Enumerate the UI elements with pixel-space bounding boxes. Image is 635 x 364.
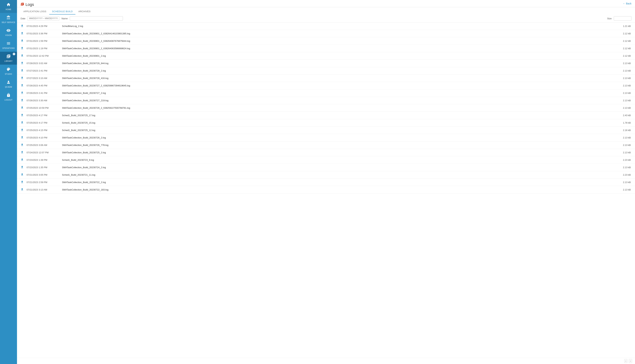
- size-filter-input[interactable]: [614, 16, 632, 20]
- logs-table: 07/31/2023 4:29 PM SchedManLog_2.log 1.2…: [17, 22, 635, 194]
- download-button[interactable]: [20, 84, 24, 87]
- download-button[interactable]: [20, 24, 24, 28]
- log-date: 07/25/2023 3:06 AM: [25, 142, 60, 149]
- log-size: 2.13 kB: [614, 179, 635, 186]
- table-row: 07/28/2023 3:02 AM SMATaskCollection_Bui…: [17, 60, 635, 67]
- download-cell: [17, 126, 25, 134]
- log-name: SchedManLog_2.log: [60, 22, 614, 30]
- log-date: 07/23/2023 1:35 PM: [25, 164, 60, 171]
- log-date: 07/23/2023 1:39 PM: [25, 156, 60, 164]
- log-size: 2.13 kB: [614, 67, 635, 74]
- download-cell: [17, 179, 25, 186]
- download-button[interactable]: [20, 166, 24, 169]
- table-row: 07/26/2023 2:41 PM SMATaskCollection_Bui…: [17, 90, 635, 97]
- download-button[interactable]: [20, 62, 24, 64]
- table-row: 07/25/2023 4:10 PM SMATaskCollection_Bui…: [17, 134, 635, 142]
- download-button[interactable]: [20, 32, 24, 35]
- download-button[interactable]: [20, 173, 24, 176]
- sidebar-item-operations[interactable]: OPERATIONS: [0, 39, 17, 52]
- download-button[interactable]: [20, 69, 24, 72]
- download-cell: [17, 67, 25, 74]
- download-cell: [17, 60, 25, 67]
- log-date: 07/26/2023 3:30 AM: [25, 97, 60, 104]
- sidebar-item-library[interactable]: ✕ LIBRARY: [0, 52, 17, 64]
- log-size: 2.13 kB: [614, 149, 635, 156]
- download-button[interactable]: [20, 136, 24, 139]
- logs-table-container: 07/31/2023 4:29 PM SchedManLog_2.log 1.2…: [17, 22, 635, 358]
- download-button[interactable]: [20, 106, 24, 109]
- log-date: 07/31/2023 4:29 PM: [25, 22, 60, 30]
- download-button[interactable]: [20, 143, 24, 146]
- date-filter-input[interactable]: [28, 16, 59, 20]
- log-name: SMATaskCollection_Build_20230726_778.log: [60, 142, 614, 149]
- home-icon: [6, 2, 10, 8]
- name-filter-input[interactable]: [70, 16, 123, 20]
- table-row: 07/23/2023 1:35 PM SMATaskCollection_Bui…: [17, 164, 635, 171]
- log-date: 07/21/2023 3:13 AM: [25, 186, 60, 194]
- sidebar-item-studio[interactable]: STUDIO: [0, 64, 17, 78]
- log-size: 2.23 kB: [614, 171, 635, 179]
- download-button[interactable]: [20, 128, 24, 132]
- log-name: SMATaskCollection_Build_20230727_2_63825…: [60, 82, 614, 90]
- download-button[interactable]: [20, 151, 24, 154]
- library-icon: [6, 54, 10, 60]
- log-size: 2.12 kB: [614, 52, 635, 60]
- size-filter-label: Size: [607, 17, 612, 20]
- prev-page-button[interactable]: ‹: [624, 359, 628, 363]
- sidebar-item-home[interactable]: HOME: [0, 0, 17, 13]
- log-size: 1.78 kB: [614, 119, 635, 126]
- close-badge[interactable]: ✕: [13, 53, 15, 55]
- sidebar-item-logout[interactable]: LOGOUT: [0, 90, 17, 104]
- download-cell: [17, 90, 25, 97]
- download-button[interactable]: [20, 121, 24, 124]
- sidebar-item-vision-label: VISION: [5, 34, 12, 36]
- log-name: Sched1_Build_20230723_9.log: [60, 156, 614, 164]
- log-name: SMATaskCollection_Build_20230729_644.log: [60, 60, 614, 67]
- table-row: 07/27/2023 3:10 AM SMATaskCollection_Bui…: [17, 74, 635, 82]
- tab-archives[interactable]: ARCHIVES: [76, 9, 93, 14]
- qcadm-icon: [6, 80, 10, 85]
- table-row: 07/21/2023 3:13 AM SMATaskCollection_Bui…: [17, 186, 635, 194]
- sidebar-item-qcadm[interactable]: QCADM: [0, 78, 17, 90]
- sidebar-item-vision[interactable]: VISION: [0, 26, 17, 39]
- download-button[interactable]: [20, 39, 24, 42]
- tabs-bar: APPLICATION LOGS SCHEDULE BUILD ARCHIVES: [17, 9, 635, 14]
- log-name: SMATaskCollection_Build_20230801_2.log: [60, 52, 614, 60]
- table-row: 07/26/2023 4:45 PM SMATaskCollection_Bui…: [17, 82, 635, 90]
- log-size: 2.13 kB: [614, 186, 635, 194]
- table-row: 07/25/2023 3:06 AM SMATaskCollection_Bui…: [17, 142, 635, 149]
- log-name: SMATaskCollection_Build_20230726_2_63825…: [60, 104, 614, 112]
- download-button[interactable]: [20, 158, 24, 161]
- download-button[interactable]: [20, 76, 24, 80]
- logout-icon: [6, 93, 10, 98]
- download-cell: [17, 37, 25, 45]
- log-name: SMATaskCollection_Build_20230725_2.log: [60, 149, 614, 156]
- log-name: SMATaskCollection_Build_20230727_219.log: [60, 97, 614, 104]
- log-name: Sched1_Build_20230721_11.log: [60, 171, 614, 179]
- self-service-icon: [6, 16, 10, 21]
- download-button[interactable]: [20, 114, 24, 117]
- log-name: Sched1_Build_20230725_17.log: [60, 112, 614, 119]
- download-button[interactable]: [20, 54, 24, 57]
- log-name: SMATaskCollection_Build_20230726_2.log: [60, 134, 614, 142]
- download-cell: [17, 142, 25, 149]
- studio-icon: [6, 67, 10, 72]
- table-footer: ‹ ›: [17, 358, 635, 364]
- log-size: 2.13 kB: [614, 60, 635, 67]
- back-button[interactable]: ← Back: [623, 2, 632, 7]
- download-button[interactable]: [20, 91, 24, 94]
- log-name: Sched1_Build_20230725_15.log: [60, 119, 614, 126]
- tab-application-logs[interactable]: APPLICATION LOGS: [20, 9, 49, 14]
- next-page-button[interactable]: ›: [629, 359, 632, 363]
- download-button[interactable]: [20, 188, 24, 191]
- download-button[interactable]: [20, 98, 24, 102]
- table-row: 07/21/2023 2:59 PM SMATaskCollection_Bui…: [17, 179, 635, 186]
- table-row: 07/27/2023 2:41 PM SMATaskCollection_Bui…: [17, 67, 635, 74]
- download-button[interactable]: [20, 180, 24, 184]
- download-button[interactable]: [20, 46, 24, 50]
- tab-schedule-build[interactable]: SCHEDULE BUILD: [49, 9, 76, 14]
- log-name: SMATaskCollection_Build_20230728_2.log: [60, 67, 614, 74]
- download-cell: [17, 134, 25, 142]
- sidebar-item-self-service[interactable]: SELF SERVICE: [0, 13, 17, 26]
- log-size: 2.13 kB: [614, 142, 635, 149]
